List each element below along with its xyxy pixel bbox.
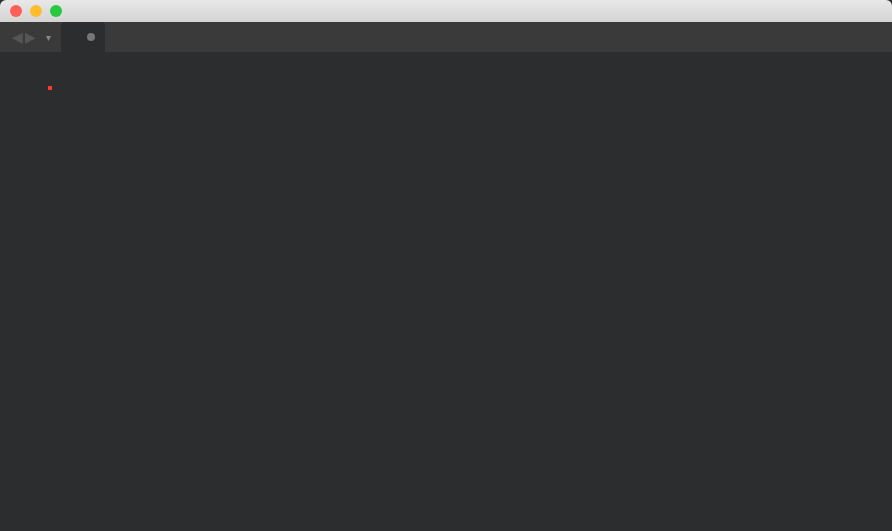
nav-arrows: ◀ ▶ bbox=[6, 29, 42, 45]
tab-dropdown-icon[interactable]: ▾ bbox=[42, 32, 55, 43]
maximize-window-button[interactable] bbox=[50, 5, 62, 17]
code-area[interactable] bbox=[48, 52, 892, 531]
tab-untitled[interactable] bbox=[61, 22, 105, 52]
dirty-indicator-icon bbox=[87, 33, 95, 41]
nav-back-icon[interactable]: ◀ bbox=[12, 29, 23, 45]
line-number-gutter bbox=[0, 52, 48, 531]
nav-forward-icon[interactable]: ▶ bbox=[25, 29, 36, 45]
tab-bar: ◀ ▶ ▾ bbox=[0, 22, 892, 52]
editor[interactable] bbox=[0, 52, 892, 531]
traffic-lights bbox=[0, 5, 62, 17]
window-titlebar bbox=[0, 0, 892, 22]
close-window-button[interactable] bbox=[10, 5, 22, 17]
highlight-box bbox=[48, 86, 52, 90]
minimize-window-button[interactable] bbox=[30, 5, 42, 17]
